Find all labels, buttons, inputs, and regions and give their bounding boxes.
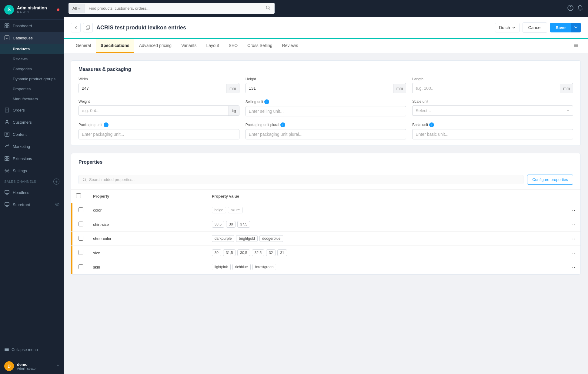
sidebar-item-extensions[interactable]: Extensions [0,152,64,165]
save-dropdown-button[interactable] [571,23,581,32]
tab-general[interactable]: General [71,39,96,53]
row-checkbox[interactable] [79,207,83,212]
scale-unit-label: Scale unit [412,99,573,104]
sidebar-item-settings[interactable]: Settings [0,165,64,177]
row-checkbox[interactable] [79,236,83,241]
sidebar-item-catalogues[interactable]: Catalogues [0,32,64,44]
sidebar-item-storefront[interactable]: Storefront [0,199,64,211]
logo-icon: S [4,5,14,15]
search-filter-dropdown[interactable]: All [69,4,85,13]
save-button[interactable]: Save [550,23,571,32]
collapse-menu-button[interactable]: Collapse menu [4,345,59,354]
sidebar-item-orders[interactable]: Orders [0,104,64,116]
selling-unit-field: Selling unit i [246,99,406,116]
width-input[interactable] [79,83,226,93]
property-values-cell: lightpinkrichblueforestgreen [207,260,566,274]
width-label: Width [79,77,239,81]
height-field: Height mm [246,77,406,93]
height-unit: mm [393,84,406,93]
packaging-unit-plural-input[interactable] [246,129,406,139]
packaging-unit-plural-info-icon[interactable]: i [280,122,285,127]
properties-checkbox-col [71,190,88,203]
svg-rect-21 [5,190,9,193]
property-menu-cell[interactable]: ··· [566,217,580,232]
svg-rect-3 [7,26,9,28]
measures-row-2: Weight kg Selling unit i [71,99,580,122]
sidebar-item-dashboard[interactable]: Dashboard [0,20,64,32]
sidebar-sub-item-products[interactable]: Products [0,44,64,54]
language-label: Dutch [499,25,510,30]
property-tags: beigeazure [212,207,561,213]
sidebar-sub-item-properties[interactable]: Properties [0,84,64,94]
tab-reviews[interactable]: Reviews [277,39,303,53]
sidebar-sub-item-reviews[interactable]: Reviews [0,54,64,64]
user-profile[interactable]: D demo Administrator ⌃ [0,358,64,374]
properties-table: Property Property value colorbeigeazure·… [71,190,580,274]
tab-seo[interactable]: SEO [224,39,243,53]
yellow-bar [71,260,72,274]
sidebar-footer: Collapse menu [0,341,64,358]
property-values-cell: 38,53037,5 [207,217,566,232]
sales-channels-header: Sales Channels + [0,177,64,186]
property-menu-cell[interactable]: ··· [566,232,580,246]
sidebar-item-marketing[interactable]: Marketing [0,140,64,152]
weight-input[interactable] [79,106,229,115]
help-button[interactable]: ? [567,5,573,12]
tab-layout[interactable]: Layout [201,39,224,53]
row-checkbox[interactable] [79,264,83,269]
language-selector[interactable]: Dutch [495,23,520,32]
packaging-unit-field: Packaging unit i [79,122,239,139]
basic-unit-input[interactable] [412,129,573,139]
tabs-menu-button[interactable] [571,41,581,51]
row-checkbox[interactable] [79,222,83,226]
tab-cross-selling[interactable]: Cross Selling [242,39,277,53]
yellow-bar [71,246,72,260]
tab-variants[interactable]: Variants [176,39,201,53]
select-all-checkbox[interactable] [76,193,81,198]
search-button[interactable] [262,3,274,14]
selling-unit-label: Selling unit i [246,99,406,104]
sidebar-sub-item-manufacturers[interactable]: Manufacturers [0,94,64,104]
sidebar-item-label: Customers [13,120,32,125]
tab-specifications[interactable]: Specifications [96,39,134,53]
height-input[interactable] [246,83,393,93]
basic-unit-label: Basic unit i [412,122,573,127]
selling-unit-input[interactable] [246,106,406,116]
scale-unit-select[interactable]: Select... [412,105,573,116]
length-input[interactable] [413,83,560,93]
sidebar-sub-item-categories[interactable]: Categories [0,64,64,74]
packaging-unit-input[interactable] [79,129,239,139]
sidebar-sub-item-dynamic-product-groups[interactable]: Dynamic product groups [0,74,64,84]
measures-card-title: Measures & packaging [71,61,580,77]
packaging-unit-info-icon[interactable]: i [104,122,109,127]
sidebar-item-headless[interactable]: Headless [0,186,64,199]
copy-button[interactable] [83,23,93,32]
property-menu-cell[interactable]: ··· [566,260,580,274]
property-tag: 30,5 [237,249,250,256]
properties-search-input[interactable] [89,177,520,182]
storefront-icon [4,202,10,207]
property-menu-cell[interactable]: ··· [566,246,580,260]
packaging-unit-plural-field: Packaging unit plural i [246,122,406,139]
selling-unit-info-icon[interactable]: i [264,99,269,104]
sidebar-item-content[interactable]: Content [0,128,64,140]
user-info: demo Administrator [17,362,53,370]
topbar-actions: ? [567,5,583,12]
svg-rect-0 [5,24,7,25]
sales-channels-add-button[interactable]: + [53,179,59,185]
back-button[interactable] [71,23,81,32]
notifications-button[interactable] [577,5,583,12]
search-input[interactable] [85,4,262,13]
cancel-button[interactable]: Cancel [523,22,547,33]
measures-row-3: Packaging unit i Packaging unit plural i [71,122,580,145]
logo-text: Administration 6.4.20.1 [17,5,47,14]
property-tag: darkpurple [212,235,235,242]
tab-advanced-pricing[interactable]: Advanced pricing [134,39,176,53]
property-values-cell: darkpurplebrightgolddodgerblue [207,232,566,246]
configure-properties-button[interactable]: Configure properties [527,175,573,185]
sidebar-item-customers[interactable]: Customers [0,116,64,128]
property-menu-cell[interactable]: ··· [566,203,580,217]
row-checkbox-cell [71,246,88,260]
basic-unit-info-icon[interactable]: i [429,122,434,127]
row-checkbox[interactable] [79,250,83,255]
